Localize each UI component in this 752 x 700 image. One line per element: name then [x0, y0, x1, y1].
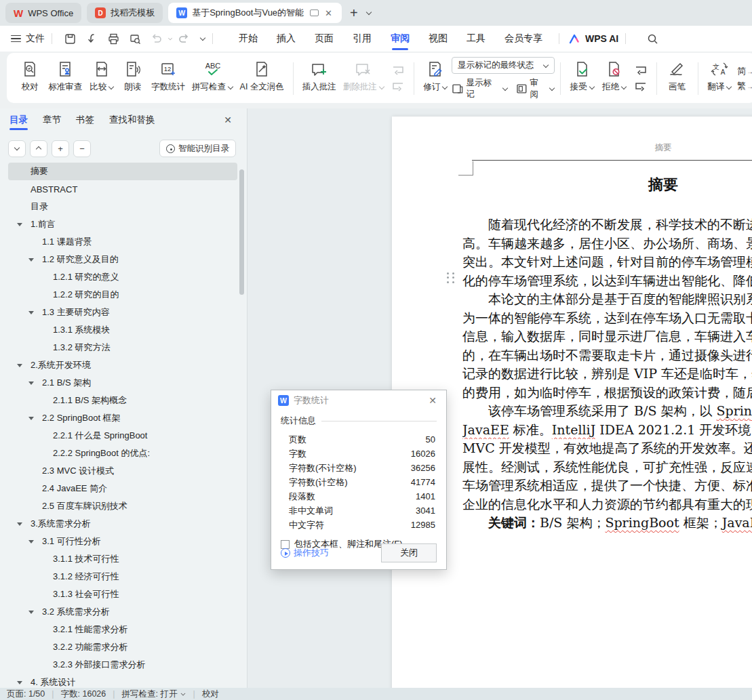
toc-item[interactable]: 1.3 主要研究内容 [8, 304, 237, 321]
toc-item[interactable]: 3.1.3 社会可行性 [8, 585, 237, 603]
toc-expand-icon[interactable] [17, 522, 22, 526]
toc-expand-icon[interactable] [17, 223, 22, 226]
track-changes-button[interactable]: 修订 [419, 57, 451, 100]
zoom-in-toc-button[interactable]: + [52, 140, 69, 157]
toc-item[interactable]: 目录 [8, 198, 237, 215]
toc-item[interactable]: 摘要 [8, 163, 237, 180]
toc-item[interactable]: 3.1 可行性分析 [8, 533, 237, 550]
standard-review-button[interactable]: 比较标准审查 [45, 57, 85, 100]
toc-item[interactable]: ABSTRACT [8, 180, 237, 198]
toc-item[interactable]: 3.2.2 功能需求分析 [8, 638, 237, 656]
proofread-button[interactable]: 校对 [15, 57, 45, 100]
translate-button[interactable]: 文A 翻译 [703, 57, 735, 100]
toc-item[interactable]: 1.2.1 研究的意义 [8, 268, 237, 286]
toc-item[interactable]: 1.3.1 系统模块 [8, 321, 237, 339]
toc-item[interactable]: 2.2 SpringBoot 框架 [8, 409, 237, 427]
toc-expand-icon[interactable] [28, 611, 34, 614]
toc-item[interactable]: 3.1.1 技术可行性 [8, 550, 237, 568]
toc-item[interactable]: 3.系统需求分析 [8, 515, 237, 533]
pen-button[interactable]: 画笔 [662, 57, 692, 100]
sidebar-scrollbar[interactable] [239, 169, 244, 295]
toc-expand-icon[interactable] [28, 382, 34, 385]
export-icon[interactable] [84, 31, 99, 46]
menu-member[interactable]: 会员专享 [495, 27, 552, 50]
toc-expand-icon[interactable] [28, 417, 34, 420]
accept-button[interactable]: 接受 [566, 57, 598, 100]
menu-view[interactable]: 视图 [419, 27, 457, 50]
toc-expand-icon[interactable] [28, 258, 34, 262]
add-tab-icon[interactable]: + [350, 5, 358, 21]
toc-item[interactable]: 2.3 MVC 设计模式 [8, 462, 237, 480]
menu-review[interactable]: 审阅 [381, 27, 419, 50]
wps-ai-button[interactable]: WPS AI [569, 33, 618, 44]
tab-docer-templates[interactable]: D 找稻壳模板 [87, 3, 163, 23]
toc-item[interactable]: 1.2.2 研究的目的 [8, 286, 237, 304]
toc-item[interactable]: 1.1 课题背景 [8, 233, 237, 251]
toc-item[interactable]: 3.2.3 外部接口需求分析 [8, 656, 237, 674]
toc-item[interactable]: 1.前言 [8, 215, 237, 233]
tab-bookmarks[interactable]: 书签 [76, 109, 94, 131]
spell-check-button[interactable]: ABC 拼写检查 [189, 57, 237, 100]
tab-document-active[interactable]: W 基于SpringBoot与Vue的智能 ✕ [168, 3, 342, 23]
toc-item[interactable]: 1.3.2 研究方法 [8, 339, 237, 356]
close-dialog-button[interactable]: 关闭 [381, 543, 437, 562]
collapse-all-button[interactable] [8, 140, 26, 157]
tab-find-replace[interactable]: 查找和替换 [109, 109, 155, 131]
menu-reference[interactable]: 引用 [343, 27, 381, 50]
review-pane-button[interactable]: 审阅 [516, 77, 555, 100]
toc-expand-icon[interactable] [28, 540, 34, 543]
drag-handle-icon[interactable] [445, 271, 456, 285]
markup-state-dropdown[interactable]: 显示标记的最终状态 [452, 57, 555, 74]
dialog-close-icon[interactable]: ✕ [426, 395, 439, 406]
menu-insert[interactable]: 插入 [267, 27, 305, 50]
to-simplified-button[interactable]: 简→ [737, 65, 752, 77]
toc-expand-icon[interactable] [28, 311, 34, 314]
toc-expand-icon[interactable] [17, 364, 22, 367]
close-sidebar-icon[interactable]: ✕ [224, 115, 232, 125]
dialog-title-bar[interactable]: W 字数统计 ✕ [271, 390, 446, 411]
menu-page[interactable]: 页面 [305, 27, 343, 50]
close-tab-icon[interactable]: ✕ [323, 8, 334, 18]
toc-item[interactable]: 2.2.1 什么是 SpringBoot [8, 427, 237, 445]
toc-item[interactable]: 2.系统开发环境 [8, 356, 237, 374]
toc-item[interactable]: 2.5 百度车牌识别技术 [8, 497, 237, 515]
tab-toc[interactable]: 目录 [9, 109, 28, 131]
compare-button[interactable]: 比较 [85, 57, 117, 100]
tips-link[interactable]: 操作技巧 [281, 547, 329, 559]
toc-item[interactable]: 3.1.2 经济可行性 [8, 568, 237, 585]
hamburger-icon[interactable] [11, 33, 21, 45]
toc-item[interactable]: 2.1 B/S 架构 [8, 374, 237, 392]
status-word-count[interactable]: 字数: 16026 [61, 688, 106, 700]
toc-item[interactable]: 1.2 研究意义及目的 [8, 251, 237, 268]
status-page[interactable]: 页面: 1/50 [7, 688, 45, 700]
status-proofread[interactable]: 校对 [202, 688, 219, 700]
toc-item[interactable]: 4. 系统设计 [8, 674, 237, 688]
prev-change-icon[interactable] [633, 64, 649, 77]
menu-home[interactable]: 开始 [229, 27, 267, 50]
menu-tools[interactable]: 工具 [457, 27, 495, 50]
toc-item[interactable]: 2.2.2 SpringBoot 的优点: [8, 445, 237, 462]
word-count-button[interactable]: 12 字数统计 [148, 57, 189, 100]
toc-item[interactable]: 2.4 JavaEE 简介 [8, 480, 237, 497]
reject-button[interactable]: 拒绝 [598, 57, 630, 100]
to-traditional-button[interactable]: 繁→ [737, 80, 752, 92]
tab-chapters[interactable]: 章节 [43, 109, 61, 131]
print-preview-icon[interactable] [127, 31, 142, 46]
search-icon[interactable] [645, 31, 660, 46]
show-markup-button[interactable]: 显示标记 [452, 77, 508, 100]
toc-item[interactable]: 3.2 系统需求分析 [8, 603, 237, 621]
ai-polish-button[interactable]: AI 全文润色 [237, 57, 288, 100]
toc-item[interactable]: 3.2.1 性能需求分析 [8, 621, 237, 638]
file-menu[interactable]: 文件 [26, 33, 45, 45]
quick-access-chevron-icon[interactable] [200, 36, 205, 41]
toc-item[interactable]: 2.1.1 B/S 架构概念 [8, 392, 237, 409]
tab-list-chevron-icon[interactable] [366, 10, 372, 16]
read-aloud-button[interactable]: 朗读 [118, 57, 148, 100]
save-icon[interactable] [62, 31, 77, 46]
tab-wps-office[interactable]: W WPS Office [5, 3, 81, 23]
print-icon[interactable] [106, 31, 121, 46]
expand-all-button[interactable] [30, 140, 47, 157]
document-body[interactable]: 随着现代化经济的不断发展，科学技术的不断进步，人高。车辆越来越多，居住小区、办公… [462, 215, 752, 533]
zoom-out-toc-button[interactable]: − [73, 140, 91, 157]
toc-expand-icon[interactable] [17, 681, 22, 684]
